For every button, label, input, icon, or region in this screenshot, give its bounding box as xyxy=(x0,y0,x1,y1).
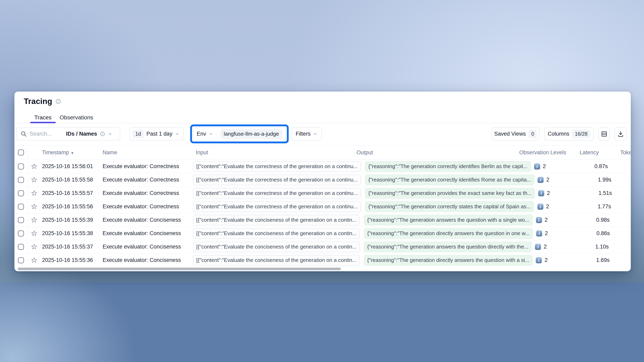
cell-output[interactable]: {"reasoning":"The generation correctly i… xyxy=(365,161,531,172)
row-height-icon xyxy=(600,130,608,138)
cell-input[interactable]: [{"content":"Evaluate the correctness of… xyxy=(193,161,361,172)
sort-desc-icon: ▼ xyxy=(71,151,74,155)
table-row[interactable]: ☆ 2025-10-16 15:55:39 Execute evaluator:… xyxy=(14,213,631,227)
star-icon[interactable]: ☆ xyxy=(31,176,38,184)
cell-tokens: 343 → xyxy=(622,257,631,263)
cell-output[interactable]: {"reasoning":"The generation correctly i… xyxy=(365,175,534,185)
cell-observation-count: 2 xyxy=(544,257,548,263)
cell-timestamp: 2025-10-16 15:55:38 xyxy=(41,230,102,237)
env-value-chip[interactable]: langfuse-llm-as-a-judge xyxy=(220,129,282,139)
cell-input[interactable]: [{"content":"Evaluate the correctness of… xyxy=(193,175,361,185)
table-row[interactable]: ☆ 2025-10-16 15:55:58 Execute evaluator:… xyxy=(14,173,631,187)
select-all-checkbox[interactable] xyxy=(18,149,24,156)
column-header-observation-levels[interactable]: Observation Levels xyxy=(516,149,579,156)
cell-input[interactable]: [{"content":"Evaluate the conciseness of… xyxy=(193,255,360,266)
table-row[interactable]: ☆ 2025-10-16 15:56:01 Execute evaluator:… xyxy=(14,160,631,173)
tab-observations[interactable]: Observations xyxy=(56,112,97,123)
row-checkbox[interactable] xyxy=(18,190,24,196)
cell-timestamp: 2025-10-16 15:55:37 xyxy=(41,244,102,250)
saved-views-button[interactable]: Saved Views 0 xyxy=(492,127,540,140)
cell-observation-count: 2 xyxy=(546,203,549,210)
table-row[interactable]: ☆ 2025-10-16 15:55:38 Execute evaluator:… xyxy=(14,227,631,240)
table-row[interactable]: ☆ 2025-10-16 15:55:56 Execute evaluator:… xyxy=(14,200,631,213)
table-row[interactable]: ☆ 2025-10-16 15:55:36 Execute evaluator:… xyxy=(14,254,631,267)
cell-latency: 0.87s xyxy=(594,163,620,170)
cell-input[interactable]: [{"content":"Evaluate the conciseness of… xyxy=(193,228,360,239)
star-icon[interactable]: ☆ xyxy=(31,256,38,264)
cell-name: Execute evaluator: Correctness xyxy=(102,203,191,210)
chevron-down-icon xyxy=(209,132,213,136)
cell-tokens: 479 → xyxy=(624,177,631,183)
columns-button[interactable]: Columns 16/28 xyxy=(544,127,594,140)
info-level-icon: i xyxy=(536,217,542,223)
cell-output[interactable]: {"reasoning":"The generation answers the… xyxy=(364,215,532,225)
star-icon[interactable]: ☆ xyxy=(31,203,38,210)
cell-latency: 1.77s xyxy=(597,203,624,210)
cell-output[interactable]: {"reasoning":"The generation provides th… xyxy=(365,188,535,199)
search-input[interactable] xyxy=(30,131,63,137)
cell-tokens: 343 → xyxy=(621,244,631,250)
row-height-button[interactable] xyxy=(598,127,610,140)
cell-tokens: 479 → xyxy=(624,190,631,196)
column-header-output[interactable]: Output xyxy=(354,149,516,156)
cell-output[interactable]: {"reasoning":"The generation answers the… xyxy=(364,242,532,252)
column-header-tokens[interactable]: Tokens xyxy=(606,149,631,156)
info-level-icon: i xyxy=(538,177,544,183)
export-button[interactable] xyxy=(614,127,626,140)
cell-latency: 1.69s xyxy=(596,257,622,263)
cell-output[interactable]: {"reasoning":"The generation correctly s… xyxy=(365,201,534,212)
column-header-input[interactable]: Input xyxy=(191,149,354,156)
star-icon[interactable]: ☆ xyxy=(31,163,38,170)
env-filter-highlight: Env langfuse-llm-as-a-judge xyxy=(190,124,289,143)
cell-name: Execute evaluator: Conciseness xyxy=(102,257,191,263)
row-checkbox[interactable] xyxy=(18,177,24,183)
tab-traces[interactable]: Traces xyxy=(30,112,56,123)
horizontal-scrollbar[interactable] xyxy=(18,268,341,270)
row-checkbox[interactable] xyxy=(18,244,24,250)
info-level-icon: i xyxy=(538,190,544,196)
tab-observations-label: Observations xyxy=(60,114,93,121)
row-checkbox[interactable] xyxy=(18,163,24,170)
info-icon xyxy=(100,131,105,136)
row-checkbox[interactable] xyxy=(18,204,24,210)
column-header-name[interactable]: Name xyxy=(102,149,191,156)
env-label: Env xyxy=(197,131,206,137)
info-level-icon: i xyxy=(536,230,542,237)
table-row[interactable]: ☆ 2025-10-16 15:55:37 Execute evaluator:… xyxy=(14,240,631,254)
row-checkbox[interactable] xyxy=(18,230,24,237)
star-icon[interactable]: ☆ xyxy=(31,189,38,197)
cell-output[interactable]: {"reasoning":"The generation directly an… xyxy=(364,228,533,239)
cell-observation-count: 2 xyxy=(547,190,550,196)
time-range-badge: 1d xyxy=(133,130,144,138)
cell-input[interactable]: [{"content":"Evaluate the conciseness of… xyxy=(193,215,360,225)
info-level-icon: i xyxy=(534,163,540,170)
chevron-down-icon xyxy=(175,132,180,136)
cell-input[interactable]: [{"content":"Evaluate the correctness of… xyxy=(193,201,361,212)
page-header: Tracing xyxy=(24,97,61,106)
tracing-panel: Tracing Traces Observations IDs / Names xyxy=(14,92,631,271)
table-row[interactable]: ☆ 2025-10-16 15:55:57 Execute evaluator:… xyxy=(14,187,631,200)
row-checkbox[interactable] xyxy=(18,257,24,263)
star-icon[interactable]: ☆ xyxy=(31,230,38,237)
star-icon[interactable]: ☆ xyxy=(31,216,38,224)
filters-button[interactable]: Filters xyxy=(292,127,322,140)
row-checkbox[interactable] xyxy=(18,217,24,223)
cell-latency: 0.86s xyxy=(596,230,622,237)
cell-output[interactable]: {"reasoning":"The generation directly an… xyxy=(364,255,532,266)
info-icon[interactable] xyxy=(56,99,61,104)
cell-timestamp: 2025-10-16 15:55:36 xyxy=(41,257,102,263)
chevron-down-icon xyxy=(313,132,318,136)
cell-input[interactable]: [{"content":"Evaluate the correctness of… xyxy=(193,188,361,199)
cell-timestamp: 2025-10-16 15:56:01 xyxy=(41,163,102,170)
search-box[interactable]: IDs / Names xyxy=(16,127,120,140)
columns-count: 16/28 xyxy=(572,130,590,138)
column-header-latency[interactable]: Latency xyxy=(579,149,606,156)
search-icon xyxy=(20,131,27,137)
cell-latency: 1.99s xyxy=(597,177,624,183)
cell-input[interactable]: [{"content":"Evaluate the conciseness of… xyxy=(193,242,360,252)
search-scope-label: IDs / Names xyxy=(66,131,97,137)
column-header-timestamp[interactable]: Timestamp▼ xyxy=(41,149,102,156)
star-icon[interactable]: ☆ xyxy=(31,243,38,251)
env-filter-button[interactable]: Env langfuse-llm-as-a-judge xyxy=(193,127,286,140)
time-range-button[interactable]: 1d Past 1 day xyxy=(130,127,184,140)
